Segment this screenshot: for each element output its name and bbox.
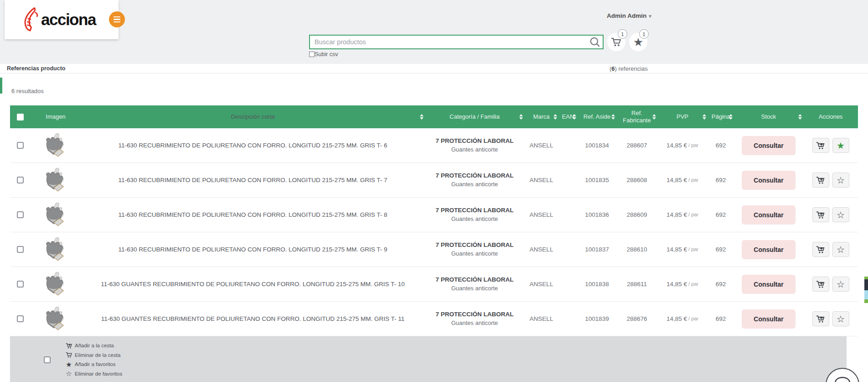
- ref-aside-cell: 1001839: [578, 315, 616, 323]
- favorite-star-icon: ☆: [837, 176, 845, 185]
- column-header-label: Ref. Aside: [584, 113, 610, 120]
- legend-item-label: Añadir a favoritos: [75, 361, 116, 367]
- family-label: Guantes anticorte: [451, 215, 498, 223]
- favorite-button[interactable]: ☆: [832, 311, 849, 326]
- add-to-cart-button[interactable]: [812, 242, 829, 257]
- price-cell: 14,85 €/ par: [657, 246, 708, 254]
- favorite-button[interactable]: ★: [832, 138, 849, 153]
- side-accent-tab: [0, 78, 2, 94]
- category-label: 7 PROTECCIÓN LABORAL: [435, 172, 513, 180]
- favorite-star-icon: ☆: [837, 245, 845, 254]
- category-label: 7 PROTECCIÓN LABORAL: [435, 241, 513, 249]
- legend-list: Añadir a la cesta Eliminar de la cesta ★…: [65, 341, 122, 378]
- row-checkbox[interactable]: [17, 142, 24, 149]
- consult-stock-button[interactable]: Consultar: [742, 275, 795, 294]
- actions-cell: ★: [803, 138, 858, 153]
- legend-item-label: Eliminar de favoritos: [75, 371, 122, 377]
- sort-arrows-icon[interactable]: [519, 114, 523, 120]
- favorite-star-icon: ☆: [837, 280, 845, 289]
- column-header-cat[interactable]: Categoría / Familia: [425, 105, 524, 128]
- row-checkbox[interactable]: [17, 211, 24, 218]
- favorite-button[interactable]: ☆: [832, 277, 849, 292]
- legend-item[interactable]: Eliminar de la cesta: [65, 351, 122, 360]
- add-to-cart-button[interactable]: [812, 173, 829, 188]
- search-icon[interactable]: [589, 36, 603, 48]
- category-cell: 7 PROTECCIÓN LABORAL Guantes anticorte: [425, 241, 524, 258]
- column-header-label: Página: [712, 113, 730, 120]
- cart-plus-icon: [65, 342, 72, 349]
- sort-arrows-icon[interactable]: [573, 114, 576, 120]
- results-count: 6 resultados: [11, 88, 44, 94]
- column-header-stock[interactable]: Stock: [734, 105, 803, 128]
- favorite-button[interactable]: ☆: [832, 207, 849, 222]
- page-cell: 692: [708, 211, 734, 219]
- family-label: Guantes anticorte: [451, 285, 498, 293]
- upload-csv-label: Subir csv: [315, 51, 338, 58]
- add-to-cart-button[interactable]: [812, 138, 829, 153]
- sort-arrows-icon[interactable]: [611, 114, 615, 120]
- ref-aside-cell: 1001838: [578, 280, 616, 288]
- category-cell: 7 PROTECCIÓN LABORAL Guantes anticorte: [425, 276, 524, 293]
- column-header-reff[interactable]: Ref. Fabricante: [616, 105, 657, 128]
- category-cell: 7 PROTECCIÓN LABORAL Guantes anticorte: [425, 172, 524, 188]
- table-row: 11-630 RECUBRIMIENTO DE POLIURETANO CON …: [10, 232, 858, 267]
- consult-stock-button[interactable]: Consultar: [742, 309, 795, 329]
- column-header-label: Stock: [761, 113, 776, 120]
- ref-fabricante-cell: 288607: [616, 141, 657, 150]
- glove-image: [38, 167, 73, 194]
- logo-wordmark: acciona: [41, 10, 96, 29]
- consult-stock-button[interactable]: Consultar: [742, 205, 795, 225]
- add-to-cart-button[interactable]: [812, 311, 829, 326]
- row-checkbox[interactable]: [17, 246, 24, 253]
- consult-stock-button[interactable]: Consultar: [742, 136, 795, 155]
- column-header-desc[interactable]: Descipción corta: [81, 105, 425, 128]
- sort-arrows-icon[interactable]: [420, 114, 424, 120]
- consult-stock-button[interactable]: Consultar: [742, 240, 795, 259]
- column-header-refa[interactable]: Ref. Aside: [578, 105, 616, 128]
- sort-arrows-icon[interactable]: [798, 114, 802, 120]
- add-to-cart-button[interactable]: [812, 277, 829, 292]
- column-header-pag[interactable]: Página: [708, 105, 734, 128]
- column-header-image[interactable]: Imagen: [31, 105, 81, 128]
- chevron-down-icon: ▾: [649, 13, 651, 19]
- sort-arrows-icon[interactable]: [729, 114, 733, 120]
- ref-aside-cell: 1001834: [578, 141, 616, 150]
- ref-fabricante-cell: 288610: [616, 246, 657, 254]
- column-header-acc[interactable]: Acciones: [803, 105, 858, 128]
- sort-arrows-icon[interactable]: [703, 114, 706, 120]
- price-cell: 14,85 €/ par: [657, 280, 708, 288]
- row-select-cell: [10, 177, 31, 183]
- product-description: 11-630 RECUBRIMIENTO DE POLIURETANO CON …: [81, 141, 425, 150]
- legend-item[interactable]: ★ Añadir a favoritos: [65, 360, 122, 369]
- glove-image: [38, 271, 73, 298]
- sort-arrows-icon[interactable]: [652, 114, 656, 120]
- sort-arrows-icon[interactable]: [553, 114, 557, 120]
- column-header-ean[interactable]: EAN: [558, 105, 578, 128]
- select-all-checkbox[interactable]: [17, 114, 24, 120]
- favorite-button[interactable]: ☆: [832, 242, 849, 257]
- stock-cell: Consultar: [734, 309, 803, 329]
- brand-cell: ANSELL: [524, 246, 558, 254]
- column-header-label: Acciones: [819, 113, 843, 120]
- legend-item-label: Añadir a la cesta: [75, 343, 114, 348]
- upload-csv-checkbox[interactable]: [309, 52, 315, 57]
- column-header-marca[interactable]: Marca: [524, 105, 558, 128]
- row-checkbox[interactable]: [17, 281, 24, 288]
- bulk-select-checkbox[interactable]: [44, 356, 51, 363]
- row-select-cell: [10, 246, 31, 253]
- actions-cell: ☆: [803, 277, 858, 292]
- legend-item[interactable]: ☆ Eliminar de favoritos: [65, 369, 122, 379]
- search-input[interactable]: [310, 38, 589, 46]
- product-image: [31, 202, 81, 228]
- add-to-cart-button[interactable]: [812, 207, 829, 222]
- user-menu[interactable]: Admin Admin▾: [597, 12, 661, 19]
- legend-item[interactable]: Añadir a la cesta: [65, 341, 122, 351]
- hamburger-menu-button[interactable]: [109, 11, 125, 27]
- brand-cell: ANSELL: [524, 211, 558, 219]
- row-checkbox[interactable]: [17, 315, 24, 322]
- consult-stock-button[interactable]: Consultar: [742, 171, 795, 190]
- column-header-pvp[interactable]: PVP: [657, 105, 708, 128]
- ref-fabricante-cell: 288609: [616, 211, 657, 219]
- favorite-button[interactable]: ☆: [832, 173, 849, 188]
- row-checkbox[interactable]: [17, 177, 24, 183]
